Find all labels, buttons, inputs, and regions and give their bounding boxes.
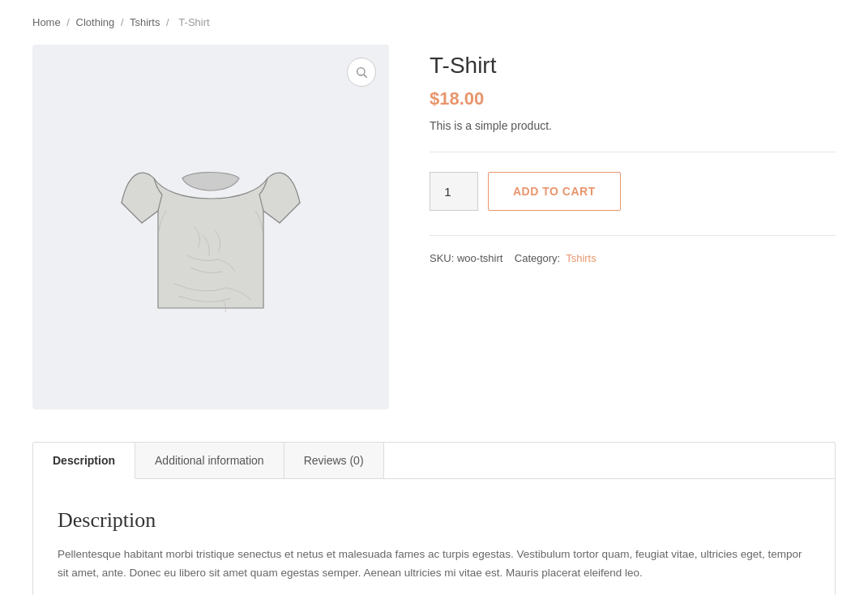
zoom-icon[interactable] bbox=[347, 58, 376, 87]
breadcrumb-home[interactable]: Home bbox=[32, 16, 61, 28]
product-area: T-Shirt $18.00 This is a simple product.… bbox=[32, 45, 836, 409]
tab-description[interactable]: Description bbox=[33, 443, 135, 479]
product-description-text: This is a simple product. bbox=[430, 119, 836, 152]
product-price: $18.00 bbox=[430, 88, 836, 109]
svg-point-0 bbox=[357, 68, 365, 75]
product-image-container bbox=[32, 45, 389, 409]
product-meta: SKU: woo-tshirt Category: Tshirts bbox=[430, 235, 836, 264]
tabs-nav: Description Additional information Revie… bbox=[33, 443, 835, 479]
quantity-input[interactable] bbox=[430, 172, 478, 211]
tab-additional-information[interactable]: Additional information bbox=[135, 443, 284, 478]
tab-content-body: Pellentesque habitant morbi tristique se… bbox=[58, 546, 810, 583]
category-link[interactable]: Tshirts bbox=[566, 252, 596, 264]
breadcrumb-tshirts[interactable]: Tshirts bbox=[130, 16, 160, 28]
sku-label: SKU: bbox=[430, 252, 454, 264]
product-image bbox=[97, 97, 324, 357]
tab-content: Description Pellentesque habitant morbi … bbox=[33, 479, 835, 595]
breadcrumb-current: T-Shirt bbox=[178, 16, 209, 28]
svg-line-1 bbox=[364, 75, 367, 78]
add-to-cart-button[interactable]: Add to cart bbox=[488, 172, 621, 211]
tab-content-title: Description bbox=[58, 508, 810, 533]
page-wrapper: Home / Clothing / Tshirts / T-Shirt bbox=[0, 0, 868, 595]
category-label: Category: bbox=[515, 252, 560, 264]
add-to-cart-row: Add to cart bbox=[430, 172, 836, 211]
breadcrumb-clothing[interactable]: Clothing bbox=[76, 16, 115, 28]
product-details: T-Shirt $18.00 This is a simple product.… bbox=[430, 45, 836, 409]
sku-value-text: woo-tshirt bbox=[457, 252, 502, 264]
product-title: T-Shirt bbox=[430, 53, 836, 79]
tab-reviews[interactable]: Reviews (0) bbox=[284, 443, 384, 478]
tabs-section: Description Additional information Revie… bbox=[32, 442, 836, 595]
breadcrumb: Home / Clothing / Tshirts / T-Shirt bbox=[32, 16, 836, 28]
